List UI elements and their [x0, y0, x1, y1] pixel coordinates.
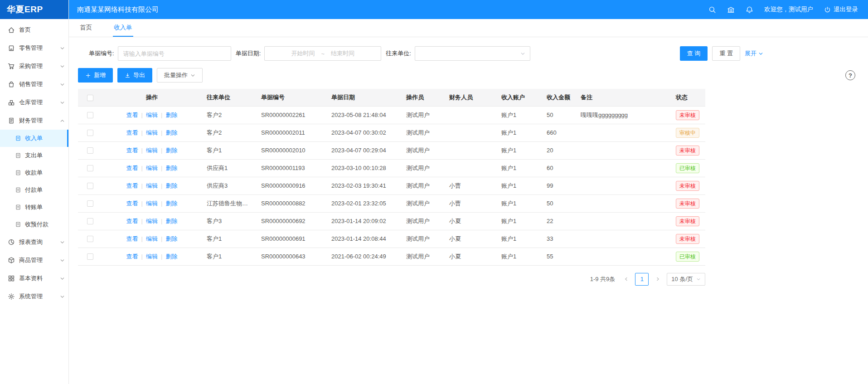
row-checkbox[interactable]: [87, 218, 93, 224]
table-row: 查看|编辑|删除 客户1 SR00000002010 2023-04-07 00…: [78, 141, 705, 159]
edit-link[interactable]: 编辑: [146, 129, 158, 136]
delete-link[interactable]: 删除: [165, 129, 177, 136]
cart-icon: [8, 63, 15, 70]
batch-actions-button[interactable]: 批量操作: [157, 68, 203, 83]
sidebar-item-reports[interactable]: 报表查询: [0, 233, 68, 251]
bank-icon[interactable]: [727, 6, 735, 14]
status-badge: 未审核: [676, 199, 699, 209]
sidebar-item-system[interactable]: 系统管理: [0, 287, 68, 306]
edit-link[interactable]: 编辑: [146, 182, 158, 189]
delete-link[interactable]: 删除: [165, 147, 177, 154]
tab-home[interactable]: 首页: [79, 19, 93, 37]
separator: |: [161, 253, 162, 260]
edit-link[interactable]: 编辑: [146, 165, 158, 171]
sidebar-subitem-receipt[interactable]: 收款单: [0, 164, 68, 181]
delete-link[interactable]: 删除: [165, 253, 177, 260]
edit-link[interactable]: 编辑: [146, 235, 158, 242]
amount-cell: 50: [541, 106, 575, 124]
delete-link[interactable]: 删除: [165, 165, 177, 171]
remark-cell: [575, 212, 670, 230]
number-cell: SR00000002011: [256, 124, 326, 141]
page-size-select[interactable]: 10 条/页: [667, 273, 705, 286]
edit-link[interactable]: 编辑: [146, 218, 158, 224]
sidebar-item-sales[interactable]: 销售管理: [0, 75, 68, 93]
view-link[interactable]: 查看: [126, 218, 138, 224]
expand-link[interactable]: 展开: [745, 49, 763, 58]
row-checkbox[interactable]: [87, 200, 93, 207]
sidebar-subitem-expense[interactable]: 支出单: [0, 147, 68, 164]
separator: |: [141, 147, 143, 154]
page-size-value: 10 条/页: [671, 275, 693, 283]
select-all-checkbox[interactable]: [87, 95, 93, 101]
chevron-down-icon: [696, 277, 701, 282]
sidebar-item-basedata[interactable]: 基本资料: [0, 269, 68, 287]
delete-link[interactable]: 删除: [165, 218, 177, 224]
sidebar-item-home[interactable]: 首页: [0, 21, 68, 39]
view-link[interactable]: 查看: [126, 129, 138, 136]
col-number: 单据编号: [256, 89, 326, 106]
table-row: 查看|编辑|删除 江苏德鲁生物科技有限... SR00000000882 202…: [78, 194, 705, 212]
amount-cell: 660: [541, 124, 575, 141]
row-checkbox[interactable]: [87, 147, 93, 154]
next-page-button[interactable]: [652, 273, 663, 286]
unit-select[interactable]: [415, 46, 530, 61]
view-link[interactable]: 查看: [126, 182, 138, 189]
sidebar-item-purchase[interactable]: 采购管理: [0, 57, 68, 75]
delete-link[interactable]: 删除: [165, 200, 177, 207]
help-button[interactable]: ?: [845, 70, 855, 80]
view-link[interactable]: 查看: [126, 235, 138, 242]
bell-icon[interactable]: [746, 6, 753, 14]
sidebar-subitem-income[interactable]: 收入单: [0, 130, 68, 147]
operator-cell: 测试用户: [401, 159, 444, 177]
power-icon: [824, 6, 831, 13]
row-checkbox[interactable]: [87, 183, 93, 189]
tab-income[interactable]: 收入单: [113, 19, 133, 37]
unit-cell: 客户2: [201, 124, 256, 141]
sidebar-item-retail[interactable]: 零售管理: [0, 39, 68, 57]
row-checkbox[interactable]: [87, 253, 93, 260]
number-input[interactable]: [118, 46, 231, 61]
sidebar-item-goods[interactable]: 商品管理: [0, 251, 68, 269]
date-range-picker[interactable]: 开始时间 ~ 结束时间: [264, 46, 381, 61]
account-cell: 账户1: [496, 159, 541, 177]
welcome-user[interactable]: 欢迎您，测试用户: [764, 5, 813, 14]
view-link[interactable]: 查看: [126, 165, 138, 171]
export-button[interactable]: 导出: [117, 68, 152, 83]
sidebar-subitem-payment[interactable]: 付款单: [0, 181, 68, 199]
sidebar-subitem-prepayment[interactable]: 收预付款: [0, 216, 68, 233]
edit-link[interactable]: 编辑: [146, 112, 158, 118]
view-link[interactable]: 查看: [126, 200, 138, 207]
account-cell: 账户1: [496, 106, 541, 124]
edit-link[interactable]: 编辑: [146, 200, 158, 207]
delete-link[interactable]: 删除: [165, 182, 177, 189]
delete-link[interactable]: 删除: [165, 235, 177, 242]
document-icon: [15, 187, 21, 193]
app-logo[interactable]: 华夏ERP: [0, 0, 68, 19]
row-checkbox[interactable]: [87, 130, 93, 136]
page-number-1[interactable]: 1: [635, 273, 649, 286]
separator: |: [141, 253, 143, 260]
amount-cell: 20: [541, 141, 575, 159]
sidebar-item-warehouse[interactable]: 仓库管理: [0, 93, 68, 112]
search-icon[interactable]: [708, 6, 716, 14]
view-link[interactable]: 查看: [126, 147, 138, 154]
reset-button[interactable]: 重 置: [712, 46, 740, 61]
add-button[interactable]: 新增: [78, 68, 113, 83]
logout-button[interactable]: 退出登录: [824, 5, 858, 14]
sidebar-subitem-transfer[interactable]: 转账单: [0, 199, 68, 216]
edit-link[interactable]: 编辑: [146, 147, 158, 154]
row-checkbox[interactable]: [87, 165, 93, 171]
status-badge: 未审核: [676, 110, 699, 120]
view-link[interactable]: 查看: [126, 112, 138, 118]
finance-cell: 小曹: [444, 194, 496, 212]
sidebar-item-finance[interactable]: 财务管理: [0, 112, 68, 130]
row-checkbox[interactable]: [87, 236, 93, 242]
view-link[interactable]: 查看: [126, 253, 138, 260]
search-button[interactable]: 查 询: [680, 46, 708, 61]
number-label: 单据编号:: [89, 49, 114, 58]
date-cell: 2023-04-07 00:29:04: [326, 141, 401, 159]
delete-link[interactable]: 删除: [165, 112, 177, 118]
row-checkbox[interactable]: [87, 112, 93, 118]
edit-link[interactable]: 编辑: [146, 253, 158, 260]
prev-page-button[interactable]: [621, 273, 631, 286]
